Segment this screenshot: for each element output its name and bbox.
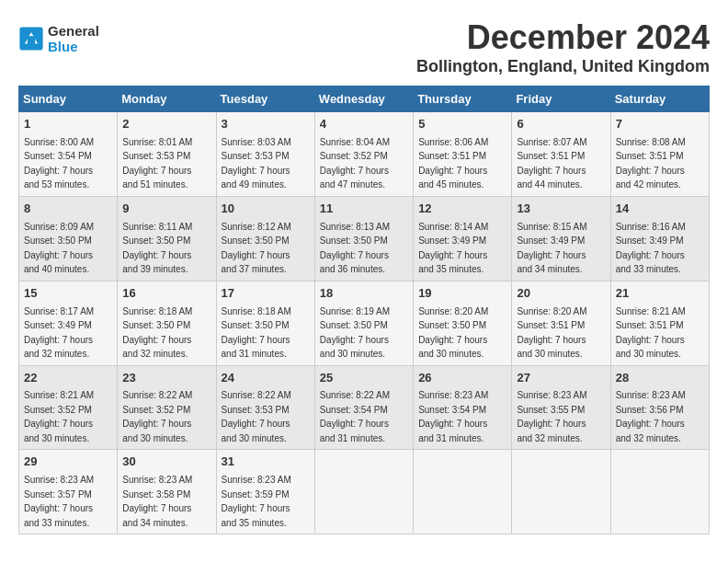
- table-row: 29Sunrise: 8:23 AM Sunset: 3:57 PM Dayli…: [19, 450, 118, 534]
- day-number: 2: [122, 116, 210, 133]
- page-subtitle: Bollington, England, United Kingdom: [416, 57, 710, 76]
- day-number: 28: [616, 370, 704, 387]
- day-number: 18: [320, 285, 408, 303]
- day-info: Sunrise: 8:19 AM Sunset: 3:50 PM Dayligh…: [320, 306, 390, 360]
- calendar-week-row: 15Sunrise: 8:17 AM Sunset: 3:49 PM Dayli…: [19, 281, 710, 365]
- day-info: Sunrise: 8:01 AM Sunset: 3:53 PM Dayligh…: [122, 137, 192, 190]
- day-info: Sunrise: 8:07 AM Sunset: 3:51 PM Dayligh…: [517, 137, 586, 190]
- svg-rect-2: [28, 36, 35, 45]
- day-number: 10: [222, 201, 310, 218]
- day-number: 13: [517, 201, 605, 218]
- table-row: 18Sunrise: 8:19 AM Sunset: 3:50 PM Dayli…: [314, 281, 413, 365]
- day-number: 4: [320, 116, 408, 133]
- col-tuesday: Tuesday: [216, 86, 314, 112]
- day-info: Sunrise: 8:23 AM Sunset: 3:57 PM Dayligh…: [24, 475, 94, 528]
- day-info: Sunrise: 8:04 AM Sunset: 3:52 PM Dayligh…: [320, 137, 390, 190]
- day-info: Sunrise: 8:09 AM Sunset: 3:50 PM Dayligh…: [24, 222, 94, 275]
- day-number: 5: [418, 116, 506, 133]
- day-number: 9: [122, 201, 210, 218]
- day-number: 7: [616, 116, 704, 133]
- day-number: 30: [122, 454, 210, 471]
- day-info: Sunrise: 8:23 AM Sunset: 3:54 PM Dayligh…: [418, 390, 488, 443]
- table-row: 11Sunrise: 8:13 AM Sunset: 3:50 PM Dayli…: [314, 196, 413, 281]
- col-wednesday: Wednesday: [314, 86, 413, 112]
- table-row: [610, 450, 709, 534]
- table-row: 4Sunrise: 8:04 AM Sunset: 3:52 PM Daylig…: [314, 112, 413, 197]
- col-friday: Friday: [512, 86, 610, 112]
- table-row: 25Sunrise: 8:22 AM Sunset: 3:54 PM Dayli…: [314, 365, 413, 450]
- table-row: 14Sunrise: 8:16 AM Sunset: 3:49 PM Dayli…: [610, 196, 709, 281]
- day-info: Sunrise: 8:23 AM Sunset: 3:56 PM Dayligh…: [616, 390, 686, 443]
- title-block: December 2024 Bollington, England, Unite…: [416, 18, 710, 76]
- day-number: 23: [122, 370, 210, 387]
- day-info: Sunrise: 8:23 AM Sunset: 3:58 PM Dayligh…: [122, 475, 192, 528]
- day-info: Sunrise: 8:21 AM Sunset: 3:52 PM Dayligh…: [24, 390, 94, 443]
- day-info: Sunrise: 8:15 AM Sunset: 3:49 PM Dayligh…: [517, 222, 586, 275]
- calendar-week-row: 22Sunrise: 8:21 AM Sunset: 3:52 PM Dayli…: [19, 365, 710, 450]
- day-info: Sunrise: 8:21 AM Sunset: 3:51 PM Dayligh…: [616, 306, 686, 360]
- table-row: 17Sunrise: 8:18 AM Sunset: 3:50 PM Dayli…: [216, 281, 314, 365]
- table-row: 20Sunrise: 8:20 AM Sunset: 3:51 PM Dayli…: [512, 281, 610, 365]
- day-number: 21: [616, 285, 704, 303]
- day-info: Sunrise: 8:18 AM Sunset: 3:50 PM Dayligh…: [222, 306, 291, 360]
- day-number: 6: [517, 116, 605, 133]
- day-info: Sunrise: 8:08 AM Sunset: 3:51 PM Dayligh…: [616, 137, 686, 190]
- day-info: Sunrise: 8:03 AM Sunset: 3:53 PM Dayligh…: [222, 137, 291, 190]
- table-row: 31Sunrise: 8:23 AM Sunset: 3:59 PM Dayli…: [216, 450, 314, 534]
- page-header: General Blue December 2024 Bollington, E…: [18, 18, 710, 76]
- logo: General Blue: [18, 23, 99, 54]
- col-saturday: Saturday: [610, 86, 709, 112]
- logo-icon: [18, 26, 44, 52]
- day-number: 29: [24, 454, 112, 471]
- day-number: 16: [122, 285, 210, 303]
- table-row: 1Sunrise: 8:00 AM Sunset: 3:54 PM Daylig…: [19, 112, 118, 197]
- table-row: 30Sunrise: 8:23 AM Sunset: 3:58 PM Dayli…: [118, 450, 216, 534]
- table-row: 12Sunrise: 8:14 AM Sunset: 3:49 PM Dayli…: [414, 196, 512, 281]
- day-info: Sunrise: 8:06 AM Sunset: 3:51 PM Dayligh…: [418, 137, 488, 190]
- day-number: 15: [24, 285, 112, 303]
- day-number: 11: [320, 201, 408, 218]
- table-row: 27Sunrise: 8:23 AM Sunset: 3:55 PM Dayli…: [512, 365, 610, 450]
- day-info: Sunrise: 8:23 AM Sunset: 3:59 PM Dayligh…: [222, 475, 291, 528]
- table-row: 8Sunrise: 8:09 AM Sunset: 3:50 PM Daylig…: [19, 196, 118, 281]
- table-row: 7Sunrise: 8:08 AM Sunset: 3:51 PM Daylig…: [610, 112, 709, 197]
- day-info: Sunrise: 8:23 AM Sunset: 3:55 PM Dayligh…: [517, 390, 586, 443]
- day-number: 19: [418, 285, 506, 303]
- table-row: [314, 450, 413, 534]
- day-info: Sunrise: 8:11 AM Sunset: 3:50 PM Dayligh…: [122, 222, 192, 275]
- day-info: Sunrise: 8:13 AM Sunset: 3:50 PM Dayligh…: [320, 222, 390, 275]
- day-info: Sunrise: 8:18 AM Sunset: 3:50 PM Dayligh…: [122, 306, 192, 360]
- day-number: 25: [320, 370, 408, 387]
- day-info: Sunrise: 8:12 AM Sunset: 3:50 PM Dayligh…: [222, 222, 291, 275]
- table-row: 3Sunrise: 8:03 AM Sunset: 3:53 PM Daylig…: [216, 112, 314, 197]
- day-info: Sunrise: 8:22 AM Sunset: 3:54 PM Dayligh…: [320, 390, 390, 443]
- table-row: 28Sunrise: 8:23 AM Sunset: 3:56 PM Dayli…: [610, 365, 709, 450]
- page-title: December 2024: [416, 18, 710, 57]
- day-info: Sunrise: 8:17 AM Sunset: 3:49 PM Dayligh…: [24, 306, 94, 360]
- logo-text: General Blue: [48, 23, 99, 54]
- calendar-week-row: 8Sunrise: 8:09 AM Sunset: 3:50 PM Daylig…: [19, 196, 710, 281]
- day-number: 12: [418, 201, 506, 218]
- day-info: Sunrise: 8:20 AM Sunset: 3:50 PM Dayligh…: [418, 306, 488, 360]
- table-row: 6Sunrise: 8:07 AM Sunset: 3:51 PM Daylig…: [512, 112, 610, 197]
- day-number: 8: [24, 201, 112, 218]
- table-row: 13Sunrise: 8:15 AM Sunset: 3:49 PM Dayli…: [512, 196, 610, 281]
- table-row: 21Sunrise: 8:21 AM Sunset: 3:51 PM Dayli…: [610, 281, 709, 365]
- day-info: Sunrise: 8:00 AM Sunset: 3:54 PM Dayligh…: [24, 137, 94, 190]
- table-row: 19Sunrise: 8:20 AM Sunset: 3:50 PM Dayli…: [414, 281, 512, 365]
- col-thursday: Thursday: [414, 86, 512, 112]
- table-row: 15Sunrise: 8:17 AM Sunset: 3:49 PM Dayli…: [19, 281, 118, 365]
- calendar-table: Sunday Monday Tuesday Wednesday Thursday…: [18, 86, 710, 534]
- col-sunday: Sunday: [19, 86, 118, 112]
- table-row: 16Sunrise: 8:18 AM Sunset: 3:50 PM Dayli…: [118, 281, 216, 365]
- day-number: 20: [517, 285, 605, 303]
- table-row: 9Sunrise: 8:11 AM Sunset: 3:50 PM Daylig…: [118, 196, 216, 281]
- day-number: 31: [222, 454, 310, 471]
- day-number: 3: [222, 116, 310, 133]
- table-row: 23Sunrise: 8:22 AM Sunset: 3:52 PM Dayli…: [118, 365, 216, 450]
- day-number: 27: [517, 370, 605, 387]
- table-row: 22Sunrise: 8:21 AM Sunset: 3:52 PM Dayli…: [19, 365, 118, 450]
- day-info: Sunrise: 8:20 AM Sunset: 3:51 PM Dayligh…: [517, 306, 586, 360]
- day-number: 26: [418, 370, 506, 387]
- day-number: 1: [24, 116, 112, 133]
